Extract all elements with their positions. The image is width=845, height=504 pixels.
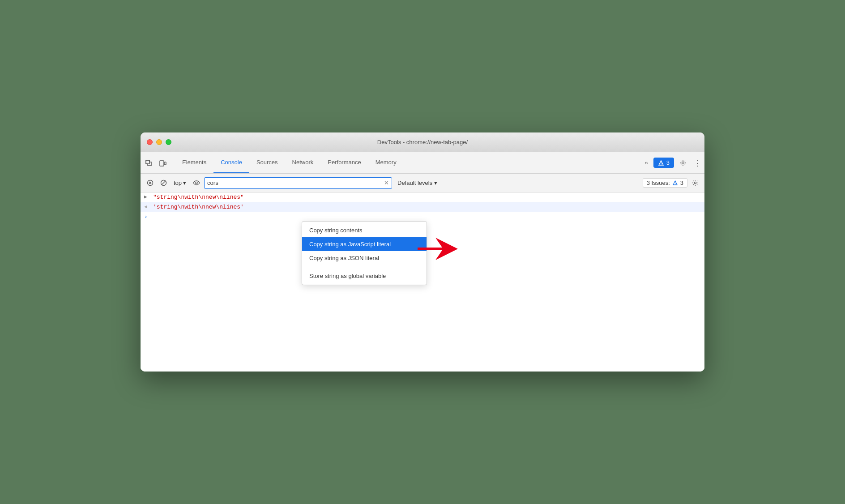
copy-json-literal-item[interactable]: Copy string as JSON literal <box>302 251 427 265</box>
log-levels-selector[interactable]: Default levels ▾ <box>394 179 441 187</box>
prompt-icon: › <box>144 214 148 220</box>
copy-js-literal-item[interactable]: Copy string as JavaScript literal <box>302 237 427 251</box>
output-value-1: "string\nwith\nnew\nlines" <box>153 194 244 201</box>
svg-point-14 <box>694 182 696 184</box>
block-icon[interactable] <box>158 177 169 189</box>
svg-point-11 <box>196 182 197 184</box>
filter-input[interactable] <box>207 179 384 186</box>
input-value-2: 'string\nwith\nnew\nlines' <box>153 204 244 210</box>
clear-search-icon[interactable]: ✕ <box>384 179 389 186</box>
svg-line-10 <box>162 181 166 185</box>
svg-rect-3 <box>661 162 661 164</box>
settings-gear-icon[interactable] <box>677 157 689 169</box>
tab-performance[interactable]: Performance <box>320 152 368 173</box>
context-selector[interactable]: top ▾ <box>171 179 189 187</box>
maximize-button[interactable] <box>166 139 171 145</box>
tab-elements[interactable]: Elements <box>175 152 213 173</box>
window-title: DevTools - chrome://new-tab-page/ <box>377 139 468 145</box>
svg-rect-1 <box>160 161 164 166</box>
tab-bar: Elements Console Sources Network Perform… <box>141 152 704 174</box>
svg-rect-12 <box>675 183 675 184</box>
devtools-window: DevTools - chrome://new-tab-page/ <box>141 132 704 372</box>
title-bar: DevTools - chrome://new-tab-page/ <box>141 132 704 152</box>
close-button[interactable] <box>147 139 153 145</box>
traffic-lights <box>147 139 171 145</box>
console-content: "string\nwith\nnew\nlines" 'string\nwith… <box>141 192 704 372</box>
tab-bar-right: » 3 ⋮ <box>639 152 703 173</box>
svg-rect-2 <box>164 162 166 165</box>
console-line-2: 'string\nwith\nnew\nlines' Copy string c… <box>141 202 704 212</box>
svg-point-5 <box>682 162 684 164</box>
tabs: Elements Console Sources Network Perform… <box>175 152 639 173</box>
context-menu-divider <box>302 267 427 267</box>
issues-badge[interactable]: 3 <box>653 158 674 168</box>
svg-point-13 <box>675 184 675 184</box>
expand-arrow[interactable] <box>144 194 149 200</box>
svg-rect-0 <box>146 160 149 164</box>
live-expressions-icon[interactable] <box>191 177 202 189</box>
tab-bar-left-icons <box>142 152 173 173</box>
console-prompt-line: › <box>141 212 704 222</box>
more-tabs-button[interactable]: » <box>642 157 651 169</box>
context-menu: Copy string contents Copy string as Java… <box>302 221 427 285</box>
inspector-icon[interactable] <box>142 157 155 169</box>
issues-counter-button[interactable]: 3 Issues: 3 <box>643 178 687 188</box>
more-options-icon[interactable]: ⋮ <box>692 157 703 169</box>
copy-string-contents-item[interactable]: Copy string contents <box>302 223 427 237</box>
console-line-1: "string\nwith\nnew\nlines" <box>141 192 704 202</box>
store-global-variable-item[interactable]: Store string as global variable <box>302 269 427 283</box>
tab-network[interactable]: Network <box>285 152 321 173</box>
svg-point-4 <box>661 164 661 165</box>
filter-search-box[interactable]: ✕ <box>204 177 392 189</box>
console-settings-icon[interactable] <box>689 177 701 189</box>
tab-sources[interactable]: Sources <box>249 152 285 173</box>
collapse-arrow[interactable] <box>144 204 149 209</box>
devtools-container: Elements Console Sources Network Perform… <box>141 152 704 372</box>
minimize-button[interactable] <box>156 139 162 145</box>
clear-console-icon[interactable] <box>144 177 156 189</box>
console-toolbar: top ▾ ✕ Default levels ▾ 3 Issues: <box>141 174 704 192</box>
device-toggle-icon[interactable] <box>157 157 169 169</box>
tab-console[interactable]: Console <box>213 152 249 173</box>
tab-memory[interactable]: Memory <box>368 152 404 173</box>
